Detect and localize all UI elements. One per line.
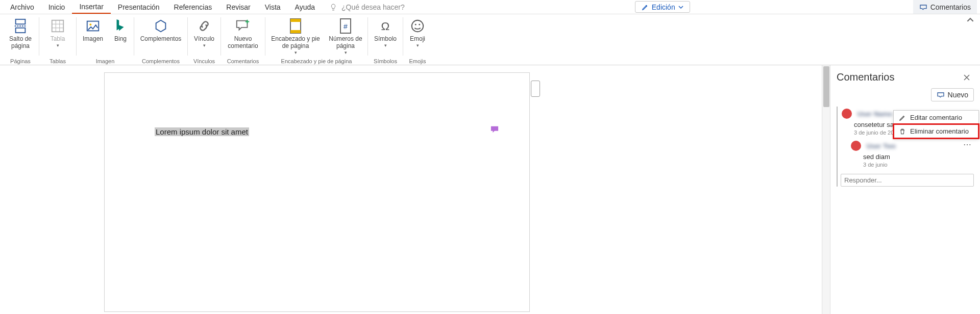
svg-rect-3 [52, 20, 64, 32]
emoji-button[interactable]: Emoji ▾ [405, 15, 430, 50]
page-break-label: Salto de página [5, 36, 36, 50]
ribbon-group-encabezado: Encabezado y pie de página ▾ # Números d… [265, 14, 368, 65]
bing-label: Bing [114, 36, 127, 43]
emoji-icon [409, 17, 426, 35]
new-comment-label: Nuevo comentario [224, 36, 262, 50]
header-footer-button[interactable]: Encabezado y pie de página ▾ [267, 15, 324, 57]
document-page[interactable] [104, 72, 530, 312]
trash-icon [899, 128, 906, 135]
group-label-emojis: Emojis [409, 57, 426, 65]
header-footer-icon [287, 17, 304, 35]
link-button[interactable]: Vínculo ▾ [190, 15, 218, 50]
page-break-button[interactable]: Salto de página [4, 15, 37, 52]
ribbon-group-emojis: Emoji ▾ Emojis [403, 14, 432, 65]
comments-pane-title: Comentarios [837, 71, 894, 83]
chevron-down-icon: ▾ [203, 43, 206, 48]
menubar: Archivo Inicio Insertar Presentación Ref… [0, 0, 980, 14]
link-label: Vínculo [194, 36, 214, 43]
new-comment-pane-label: Nuevo [948, 91, 968, 99]
chevron-down-icon [678, 5, 683, 10]
picture-label: Imagen [83, 36, 103, 43]
svg-rect-0 [16, 19, 26, 24]
close-pane-button[interactable] [960, 72, 974, 83]
page-number-label: Números de página [327, 36, 364, 50]
group-label-paginas: Páginas [10, 57, 31, 65]
comment-author: User Two [866, 142, 896, 150]
menu-vista[interactable]: Vista [258, 0, 288, 14]
bing-icon [112, 17, 129, 35]
comments-pane: Comentarios Nuevo User Name ⋯ consetetur… [830, 65, 980, 314]
edit-comment-label: Editar comentario [910, 114, 962, 121]
ribbon-group-imagen: Imagen Bing Imagen [77, 14, 134, 65]
symbol-icon: Ω [377, 17, 394, 35]
editing-mode-label: Edición [652, 3, 675, 11]
comment-body: sed diam [863, 153, 973, 161]
chevron-down-icon: ▾ [345, 50, 347, 55]
menu-referencias[interactable]: Referencias [167, 0, 219, 14]
pencil-icon [899, 114, 906, 121]
picture-button[interactable]: Imagen [79, 15, 107, 45]
table-icon [49, 17, 66, 35]
menu-presentacion[interactable]: Presentación [111, 0, 167, 14]
chevron-down-icon: ▾ [57, 43, 59, 48]
addins-button[interactable]: Complementos [136, 15, 185, 45]
menu-inicio[interactable]: Inicio [41, 0, 72, 14]
emoji-label: Emoji [410, 36, 425, 43]
comment-context-menu: Editar comentario Eliminar comentario [893, 110, 979, 139]
group-label-encabezado: Encabezado y pie de página [281, 57, 352, 65]
menu-revisar[interactable]: Revisar [219, 0, 257, 14]
delete-comment-menuitem[interactable]: Eliminar comentario [894, 124, 978, 138]
comment-popout[interactable] [531, 81, 540, 97]
comment-icon [919, 3, 927, 11]
new-comment-pane-button[interactable]: Nuevo [931, 88, 974, 101]
tell-me-placeholder: ¿Qué desea hacer? [341, 3, 405, 11]
menu-insertar[interactable]: Insertar [72, 0, 110, 14]
page-number-button[interactable]: # Números de página ▾ [326, 15, 365, 57]
reply-input[interactable] [841, 174, 974, 187]
addins-icon [152, 17, 169, 35]
link-icon [195, 17, 213, 35]
editing-mode-button[interactable]: Edición [635, 1, 690, 13]
svg-text:#: # [344, 22, 348, 31]
scrollbar-thumb[interactable] [823, 66, 829, 107]
table-label: Tabla [51, 36, 65, 43]
svg-text:Ω: Ω [381, 20, 390, 33]
group-label-complementos: Complementos [142, 57, 180, 65]
ribbon-insert: Salto de página Páginas Tabla ▾ Tablas I… [0, 14, 980, 65]
ribbon-collapse-button[interactable] [963, 14, 978, 65]
comment-marker-icon[interactable] [490, 125, 499, 134]
edit-comment-menuitem[interactable]: Editar comentario [894, 111, 978, 124]
bing-button[interactable]: Bing [109, 15, 132, 45]
ribbon-group-simbolos: Ω Símbolo ▾ Símbolos [368, 14, 403, 65]
page-break-icon [12, 17, 29, 35]
svg-point-16 [412, 20, 424, 32]
tell-me-search[interactable]: ¿Qué desea hacer? [322, 0, 412, 14]
ribbon-group-tablas: Tabla ▾ Tablas [39, 14, 76, 65]
table-button[interactable]: Tabla ▾ [41, 15, 74, 50]
selected-text[interactable]: Lorem ipsum dolor sit amet [155, 127, 249, 136]
new-comment-button[interactable]: Nuevo comentario [223, 15, 263, 52]
svg-point-9 [89, 23, 91, 25]
comment-reply-item[interactable]: User Two ⋯ sed diam 3 de junio [850, 139, 974, 171]
svg-point-18 [419, 24, 420, 25]
chevron-down-icon: ▾ [295, 50, 297, 55]
symbol-button[interactable]: Ω Símbolo ▾ [370, 15, 401, 50]
chevron-down-icon: ▾ [416, 43, 419, 48]
comments-toggle-button[interactable]: Comentarios [913, 0, 977, 14]
chevron-up-icon [967, 16, 974, 23]
comment-author: User Name [857, 110, 892, 118]
group-label-comentarios: Comentarios [227, 57, 259, 65]
comments-toggle-label: Comentarios [930, 3, 971, 11]
comment-menu-button[interactable]: ⋯ [961, 140, 974, 149]
delete-comment-label: Eliminar comentario [910, 127, 969, 135]
document-area[interactable]: Lorem ipsum dolor sit amet [0, 65, 830, 314]
avatar [842, 109, 852, 119]
menu-archivo[interactable]: Archivo [3, 0, 41, 14]
svg-point-17 [415, 24, 416, 25]
workspace: Lorem ipsum dolor sit amet Comentarios N… [0, 65, 980, 314]
svg-rect-12 [290, 30, 301, 33]
vertical-scrollbar[interactable] [822, 65, 830, 314]
avatar [851, 141, 861, 151]
picture-icon [84, 17, 102, 35]
menu-ayuda[interactable]: Ayuda [288, 0, 322, 14]
